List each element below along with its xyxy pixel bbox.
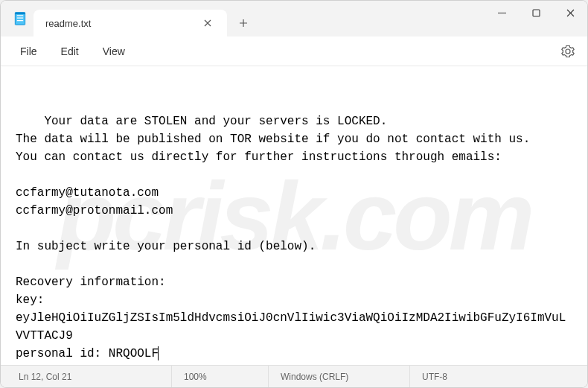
document-body: Your data are STOLEN and your servers is… — [16, 115, 566, 360]
notepad-window: readme.txt File Edit View — [0, 0, 588, 388]
tab-close-button[interactable] — [197, 13, 218, 34]
svg-rect-4 — [15, 13, 25, 15]
tab-title: readme.txt — [45, 18, 197, 29]
menu-bar: File Edit View — [1, 36, 587, 66]
new-tab-button[interactable] — [230, 10, 257, 36]
title-bar: readme.txt — [1, 1, 587, 36]
status-cursor-position[interactable]: Ln 12, Col 21 — [1, 366, 172, 387]
settings-button[interactable] — [556, 39, 580, 63]
tab-area: readme.txt — [1, 1, 257, 36]
menu-file[interactable]: File — [8, 41, 49, 62]
minimize-button[interactable] — [485, 1, 519, 25]
window-controls — [485, 1, 587, 36]
maximize-button[interactable] — [519, 1, 553, 25]
notepad-icon — [13, 11, 28, 26]
gear-icon — [561, 45, 575, 58]
menu-edit[interactable]: Edit — [49, 41, 91, 62]
status-zoom[interactable]: 100% — [172, 366, 269, 387]
status-line-ending[interactable]: Windows (CRLF) — [269, 366, 410, 387]
svg-rect-5 — [533, 10, 540, 16]
status-encoding[interactable]: UTF-8 — [410, 366, 459, 387]
text-editor-area[interactable]: pcrisk.com Your data are STOLEN and your… — [1, 66, 587, 365]
status-bar: Ln 12, Col 21 100% Windows (CRLF) UTF-8 — [1, 365, 587, 387]
close-button[interactable] — [553, 1, 587, 25]
menu-view[interactable]: View — [91, 41, 137, 62]
file-tab[interactable]: readme.txt — [33, 10, 227, 36]
